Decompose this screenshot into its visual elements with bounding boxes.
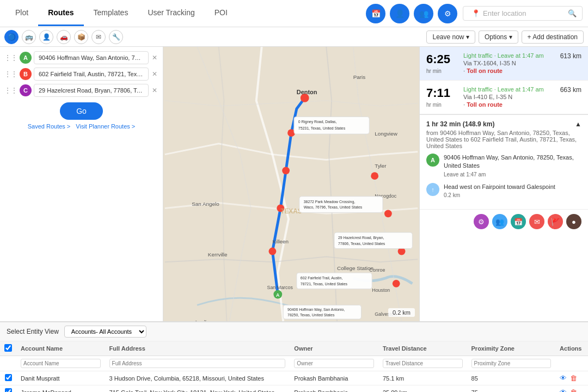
- bottom-action-icons: ⚙ 👥 📅 ✉ 🚩 ●: [420, 209, 588, 234]
- collapse-icon[interactable]: ▲: [575, 120, 581, 128]
- svg-text:Longview: Longview: [375, 131, 398, 137]
- col-travel-distance: Travel Distance: [378, 341, 467, 356]
- flag-action-icon[interactable]: 🚩: [548, 214, 563, 229]
- drag-handle-c[interactable]: ⋮⋮: [4, 87, 17, 94]
- waypoint-b-close[interactable]: ✕: [151, 69, 158, 79]
- row2-delete-button[interactable]: 🗑: [570, 388, 577, 392]
- filter-account-input[interactable]: [21, 359, 101, 368]
- row2-checkbox[interactable]: [5, 388, 12, 392]
- email-action-icon[interactable]: ✉: [529, 214, 544, 229]
- go-button[interactable]: Go: [60, 102, 103, 120]
- sub-icon-map[interactable]: 🔵: [4, 30, 19, 44]
- top-nav: Plot Routes Templates User Tracking POI …: [0, 0, 588, 27]
- svg-point-11: [393, 280, 400, 287]
- filter-owner-input[interactable]: [294, 359, 374, 368]
- left-panel: ⋮⋮ A ✕ ⋮⋮ B ✕ ⋮⋮ C ✕ Go Saved Routes > V…: [0, 47, 163, 321]
- sub-icon-box[interactable]: 📦: [74, 30, 88, 44]
- entity-select[interactable]: Accounts- All Accounts: [64, 326, 146, 338]
- row1-view-button[interactable]: 👁: [560, 374, 567, 382]
- turn-step-2: ↑ Head west on Fairpoint toward Galespoi…: [426, 183, 581, 198]
- dot-action-icon[interactable]: ●: [566, 214, 581, 229]
- users-map-action-icon[interactable]: 👥: [492, 214, 507, 229]
- row1-checkbox-cell: [0, 371, 16, 385]
- row1-owner: Prokash Bambhania: [290, 371, 378, 385]
- route-toll-2: · Toll on route: [463, 101, 560, 108]
- sub-icon-user[interactable]: 👤: [39, 30, 53, 44]
- row2-view-button[interactable]: 👁: [560, 388, 567, 392]
- settings-icon[interactable]: ⚙: [438, 4, 457, 23]
- route-option-2[interactable]: 7:11 hr min Light traffic · Leave at 1:4…: [420, 81, 588, 114]
- calendar-action-icon[interactable]: 📅: [511, 214, 526, 229]
- tab-poi[interactable]: POI: [205, 1, 237, 26]
- tab-templates[interactable]: Templates: [84, 1, 138, 26]
- waypoint-c-input[interactable]: [34, 84, 149, 97]
- drag-handle-b[interactable]: ⋮⋮: [4, 70, 17, 78]
- col-proximity-zone: Proximity Zone: [467, 341, 556, 356]
- leave-now-button[interactable]: Leave now ▾: [426, 30, 475, 44]
- svg-text:Waco, 76796, Texas, United Sta: Waco, 76796, Texas, United States: [304, 205, 363, 209]
- right-panel: 6:25 hr min Light traffic · Leave at 1:4…: [419, 47, 588, 321]
- svg-rect-30: [299, 197, 383, 213]
- select-all-checkbox[interactable]: [4, 344, 12, 352]
- row1-address: 3 Hudson Drive, Columbia, 65218, Missour…: [105, 371, 290, 385]
- svg-text:78721, Texas, United States: 78721, Texas, United States: [301, 282, 348, 286]
- nav-icon-group: 📅 👤 👥 ⚙: [366, 4, 457, 23]
- svg-point-3: [268, 248, 276, 255]
- svg-rect-27: [294, 117, 369, 134]
- route-via-2: Via I-410 E, I-35 N: [463, 94, 560, 100]
- table-row: Jerome McDonand 715 Gale Trail, New York…: [0, 385, 588, 393]
- route-option-1[interactable]: 6:25 hr min Light traffic · Leave at 1:4…: [420, 47, 588, 81]
- waypoint-a-close[interactable]: ✕: [151, 53, 158, 63]
- filter-zone-input[interactable]: [471, 359, 552, 368]
- turn-step-1: A 90406 Hoffman Way, San Antonio, 78250,…: [426, 154, 581, 177]
- step-icon-arrow: ↑: [426, 183, 439, 196]
- visit-planner-link[interactable]: Visit Planner Routes >: [76, 123, 135, 130]
- waypoint-a-input[interactable]: [34, 51, 149, 64]
- saved-routes-link[interactable]: Saved Routes >: [28, 123, 71, 130]
- sub-icon-mail[interactable]: ✉: [91, 30, 106, 44]
- sub-icon-bus[interactable]: 🚌: [22, 30, 36, 44]
- add-destination-button[interactable]: + Add destination: [522, 30, 584, 44]
- route-unit-1: hr min: [426, 68, 442, 74]
- step-dist-2: 0.2 km: [444, 192, 555, 198]
- svg-text:Denton: Denton: [297, 89, 317, 95]
- drag-handle-a[interactable]: ⋮⋮: [4, 54, 17, 62]
- row1-actions: 👁 🗑: [555, 371, 588, 385]
- svg-text:90406 Hoffman Way, San Antonio: 90406 Hoffman Way, San Antonio,: [287, 308, 345, 312]
- search-icon: 🔍: [568, 9, 577, 17]
- calendar-icon[interactable]: 📅: [366, 4, 385, 23]
- tab-plot[interactable]: Plot: [5, 1, 38, 26]
- route-time-2: 7:11 hr min: [426, 86, 459, 108]
- row1-distance: 75.1 km: [378, 371, 467, 385]
- options-button[interactable]: Options ▾: [479, 30, 518, 44]
- row1-checkbox[interactable]: [5, 374, 12, 381]
- filter-address-input[interactable]: [109, 359, 286, 368]
- route-big-time-2: 7:11: [426, 86, 450, 100]
- svg-point-9: [384, 210, 392, 217]
- location-search-bar[interactable]: 📍 Enter location 🔍: [463, 6, 583, 21]
- filter-actions-cell: [555, 356, 588, 371]
- waypoint-b-input[interactable]: [34, 68, 149, 81]
- svg-rect-39: [283, 305, 361, 319]
- col-actions: Actions: [555, 341, 588, 356]
- table-header-row: Account Name Full Address Owner Travel D…: [0, 341, 588, 356]
- svg-text:TEXAS: TEXAS: [280, 207, 302, 215]
- filter-zone: [467, 356, 556, 371]
- tab-user-tracking[interactable]: User Tracking: [138, 1, 204, 26]
- waypoint-c-close[interactable]: ✕: [151, 85, 158, 95]
- step-content-1: 90406 Hoffman Way, San Antonio, 78250, T…: [444, 154, 581, 177]
- tab-routes[interactable]: Routes: [38, 1, 83, 26]
- filter-action-icon[interactable]: ⚙: [474, 214, 489, 229]
- svg-text:0 Rigney Road, Dallas,: 0 Rigney Road, Dallas,: [298, 120, 337, 124]
- route-toll-1: · Toll on route: [463, 68, 560, 74]
- sub-icon-car[interactable]: 🚗: [57, 30, 71, 44]
- filter-distance-input[interactable]: [383, 359, 463, 368]
- route-label-2: Light traffic · Leave at 1:47 am: [463, 86, 560, 93]
- users-icon[interactable]: 👥: [414, 4, 433, 23]
- map-area[interactable]: A Denton Paris Longview Tyler Nacogdoc T…: [163, 47, 419, 321]
- sub-icon-wrench[interactable]: 🔧: [109, 30, 123, 44]
- waypoint-c-row: ⋮⋮ C ✕: [4, 84, 158, 97]
- row1-delete-button[interactable]: 🗑: [570, 374, 577, 382]
- row1-account: Danit Muspratt: [16, 371, 105, 385]
- user-pin-icon[interactable]: 👤: [390, 4, 409, 23]
